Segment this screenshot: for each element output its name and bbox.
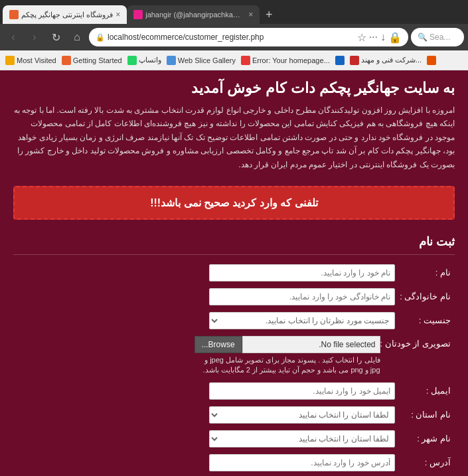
label-name: نام :	[395, 268, 455, 278]
bookmark-icon-err	[241, 56, 250, 65]
welcome-text: امروزه با افزایش روز افزون تولیدکنندگان …	[13, 104, 455, 171]
bookmark-icon-orange	[427, 56, 436, 65]
form-title: ثبت نام	[13, 234, 455, 255]
form-row-email: ایمیل :	[13, 382, 455, 400]
tab-favicon-1	[9, 10, 19, 19]
bookmark-label-error: Error: Your homepage...	[252, 56, 330, 64]
bookmark-icon-globe	[335, 56, 345, 65]
label-photo: تصویری از خودتان :	[380, 336, 455, 349]
label-city: نام شهر :	[395, 434, 455, 443]
label-family: نام خانوادگی :	[395, 291, 455, 301]
bookmark-star-icon[interactable]: ☆	[357, 31, 366, 44]
bookmark-icon-wa	[127, 56, 137, 65]
form-row-photo: تصویری از خودتان : No file selected. Bro…	[13, 336, 455, 376]
welcome-title: به سایت جهانگیر پچکم دات کام خوش آمدید	[13, 80, 455, 97]
address-bar[interactable]: 🔒 localhost/ecommerce/customer_register.…	[89, 28, 408, 46]
file-hint: فایلی را انتخاب کنید . پسوند مجاز برای ت…	[195, 355, 380, 376]
tab-inactive-2[interactable]: jahangir (@jahangirpachkam) • In... ×	[127, 5, 260, 24]
page-content: به سایت جهانگیر پچکم دات کام خوش آمدید ا…	[0, 70, 468, 476]
bookmark-company[interactable]: شرکت فنی و مهند...	[350, 56, 422, 65]
bookmark-getting-started[interactable]: Getting Started	[62, 56, 122, 65]
input-email[interactable]	[209, 382, 395, 400]
download-icon[interactable]: ↓	[380, 31, 386, 43]
select-province[interactable]: لطفا استان را انتخاب نمایید	[209, 406, 395, 424]
select-city[interactable]: لطفا استان را انتخاب نمایید	[209, 430, 395, 447]
bookmark-label-ws: Web Slice Gallery	[178, 56, 236, 64]
file-input-row: No file selected. Browse...	[195, 336, 380, 353]
input-family[interactable]	[209, 288, 395, 305]
lock-icon: 🔒	[96, 33, 105, 42]
bookmark-icon-ws	[167, 56, 176, 65]
welcome-section: به سایت جهانگیر پچکم دات کام خوش آمدید ا…	[0, 70, 468, 178]
tab-close-2[interactable]: ×	[248, 10, 253, 19]
form-row-name: نام :	[13, 264, 455, 281]
navigation-bar: ‹ › ↻ ⌂ 🔒 localhost/ecommerce/customer_r…	[0, 24, 468, 50]
file-upload-col: No file selected. Browse... فایلی را انت…	[195, 336, 380, 376]
bookmark-label-getting-started: Getting Started	[73, 56, 122, 64]
tab-active[interactable]: فروشگاه اینترنتی جهانگیر پچکم ×	[3, 5, 127, 24]
form-section: ثبت نام نام : نام خانوادگی : جنسیت : جنس…	[0, 228, 468, 476]
form-row-city: نام شهر : لطفا استان را انتخاب نمایید	[13, 430, 455, 447]
file-no-selected: No file selected.	[242, 336, 380, 353]
home-button[interactable]: ⌂	[68, 28, 86, 46]
bookmark-label-wa: واتساپ	[139, 56, 161, 64]
new-tab-button[interactable]: +	[260, 5, 278, 24]
label-email: ایمیل :	[395, 386, 455, 396]
browse-button[interactable]: Browse...	[195, 336, 242, 353]
tab-bar: فروشگاه اینترنتی جهانگیر پچکم × jahangir…	[0, 0, 468, 24]
select-gender[interactable]: جنسیت مورد نظرتان را انتخاب نمایید. مرد …	[209, 312, 395, 329]
form-row-address: آدرس :	[13, 454, 455, 471]
tab-label-1: فروشگاه اینترنتی جهانگیر پچکم	[21, 11, 113, 19]
address-actions: ☆ ··· ↓ 🔒	[357, 31, 402, 44]
error-box: تلفنی که وارد کردید صحیح نمی باشد!!!	[13, 186, 455, 220]
bookmark-label-company: شرکت فنی و مهند...	[361, 56, 422, 64]
search-icon: 🔍	[418, 33, 428, 42]
lock-secure-icon[interactable]: 🔒	[388, 31, 402, 44]
label-address: آدرس :	[395, 457, 455, 467]
form-row-province: نام استان : لطفا استان را انتخاب نمایید	[13, 406, 455, 424]
bookmark-label-most-visited: Most Visited	[17, 56, 56, 64]
tab-label-2: jahangir (@jahangirpachkam) • In...	[145, 11, 246, 19]
forward-button[interactable]: ›	[25, 28, 44, 46]
error-message: تلفنی که وارد کردید صحیح نمی باشد!!!	[28, 197, 440, 209]
address-text: localhost/ecommerce/customer_register.ph…	[108, 33, 354, 42]
label-province: نام استان :	[395, 410, 455, 420]
menu-dots-icon[interactable]: ···	[369, 31, 378, 43]
back-button[interactable]: ‹	[4, 28, 23, 46]
search-bar[interactable]: 🔍 Sea...	[411, 28, 464, 46]
bookmarks-bar: Most Visited Getting Started واتساپ Web …	[0, 50, 468, 70]
form-row-gender: جنسیت : جنسیت مورد نظرتان را انتخاب نمای…	[13, 312, 455, 329]
bookmark-error[interactable]: Error: Your homepage...	[241, 56, 330, 65]
bookmark-web-slice[interactable]: Web Slice Gallery	[167, 56, 236, 65]
input-address[interactable]	[209, 454, 395, 471]
refresh-button[interactable]: ↻	[46, 28, 65, 46]
label-gender: جنسیت :	[395, 315, 455, 325]
tab-favicon-2	[133, 10, 143, 19]
bookmark-whatsapp[interactable]: واتساپ	[127, 56, 161, 65]
bookmark-most-visited[interactable]: Most Visited	[5, 56, 56, 65]
tab-close-1[interactable]: ×	[116, 10, 120, 19]
bookmark-extra[interactable]	[427, 56, 436, 65]
bookmark-globe[interactable]	[335, 56, 345, 65]
bookmark-icon-fox	[62, 56, 71, 65]
form-row-family: نام خانوادگی :	[13, 288, 455, 305]
input-name[interactable]	[209, 264, 395, 281]
bookmark-icon-star	[5, 56, 15, 65]
bookmark-icon-red	[350, 56, 359, 65]
search-placeholder: Sea...	[429, 33, 450, 42]
